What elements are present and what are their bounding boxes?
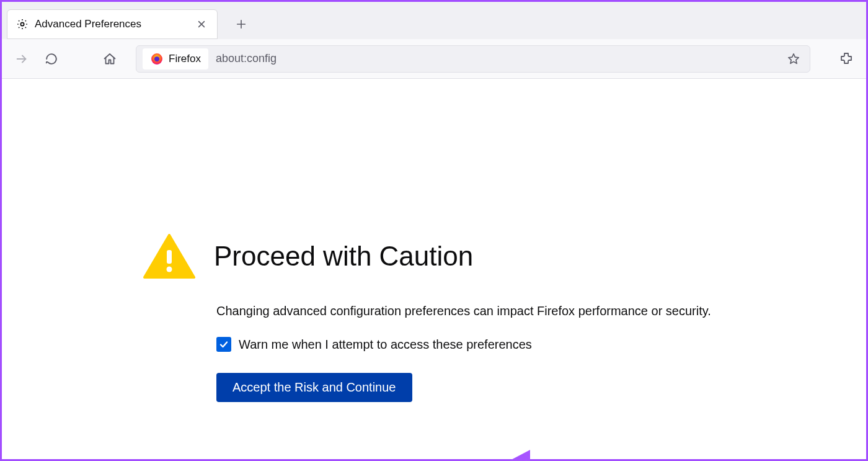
extensions-button[interactable]	[836, 49, 856, 69]
warning-heading: Proceed with Caution	[214, 241, 473, 272]
identity-label: Firefox	[169, 53, 201, 65]
svg-point-10	[167, 267, 172, 272]
tab-title: Advanced Preferences	[35, 18, 188, 30]
warn-checkbox-label: Warn me when I attempt to access these p…	[239, 338, 532, 352]
warning-body-text: Changing advanced configuration preferen…	[216, 302, 726, 320]
tab-advanced-preferences[interactable]: Advanced Preferences	[7, 9, 218, 39]
forward-button[interactable]	[12, 49, 32, 69]
svg-point-0	[20, 22, 24, 25]
warn-checkbox-row[interactable]: Warn me when I attempt to access these p…	[216, 337, 726, 352]
browser-window: Advanced Preferences	[0, 0, 868, 461]
svg-point-7	[154, 56, 159, 61]
about-config-warning: Proceed with Caution Changing advanced c…	[143, 234, 726, 402]
close-tab-button[interactable]	[195, 17, 208, 31]
page-content: Proceed with Caution Changing advanced c…	[2, 79, 866, 459]
bookmark-star-icon[interactable]	[784, 49, 804, 69]
home-button[interactable]	[100, 49, 120, 69]
warning-triangle-icon	[143, 234, 195, 279]
svg-marker-11	[480, 450, 784, 461]
identity-box[interactable]: Firefox	[143, 48, 208, 69]
reload-button[interactable]	[42, 49, 61, 69]
url-bar[interactable]: Firefox	[136, 45, 810, 73]
firefox-logo-icon	[150, 52, 164, 66]
warn-checkbox[interactable]	[216, 337, 231, 352]
new-tab-button[interactable]	[230, 13, 252, 35]
annotation-arrow	[480, 439, 790, 461]
svg-marker-8	[789, 53, 799, 63]
url-input[interactable]	[216, 52, 776, 65]
svg-rect-9	[167, 250, 172, 264]
navigation-toolbar: Firefox	[2, 39, 866, 79]
gear-icon	[16, 18, 29, 30]
accept-risk-button[interactable]: Accept the Risk and Continue	[216, 373, 412, 402]
tab-strip: Advanced Preferences	[2, 2, 866, 39]
